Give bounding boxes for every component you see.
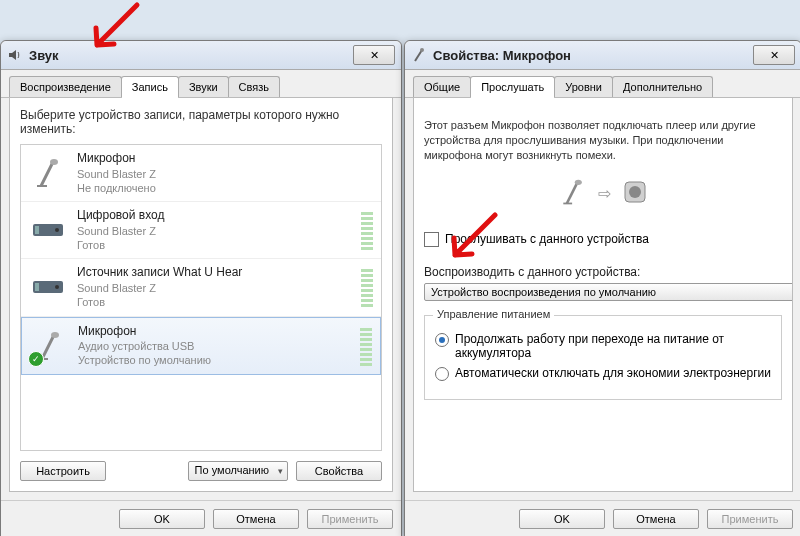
microphone-icon	[411, 47, 427, 63]
svg-point-8	[420, 48, 424, 52]
tab-recording[interactable]: Запись	[121, 76, 179, 97]
svg-point-0	[50, 159, 58, 165]
sound-tabs: Воспроизведение Запись Звуки Связь	[1, 70, 401, 98]
tab-communications[interactable]: Связь	[228, 76, 280, 97]
properties-button[interactable]: Свойства	[296, 461, 382, 481]
device-driver: Sound Blaster Z	[77, 281, 351, 295]
tab-advanced[interactable]: Дополнительно	[612, 76, 713, 97]
microphone-icon: ✓	[30, 327, 68, 365]
cancel-button[interactable]: Отмена	[613, 509, 699, 529]
level-meter	[360, 326, 372, 366]
soundcard-icon	[29, 268, 67, 306]
sound-window-title: Звук	[29, 48, 353, 63]
device-status: Не подключено	[77, 181, 373, 195]
device-driver: Sound Blaster Z	[77, 224, 351, 238]
svg-point-9	[574, 179, 581, 184]
dialog-buttons: OK Отмена Применить	[405, 500, 800, 536]
ok-button[interactable]: OK	[519, 509, 605, 529]
microphone-icon	[558, 177, 588, 210]
default-check-icon: ✓	[28, 351, 44, 367]
device-name: Микрофон	[77, 151, 373, 167]
device-status: Устройство по умолчанию	[78, 353, 350, 367]
device-status: Готов	[77, 295, 351, 309]
device-row[interactable]: Цифровой вход Sound Blaster Z Готов	[21, 202, 381, 259]
svg-point-7	[51, 332, 59, 338]
svg-point-6	[55, 285, 59, 289]
tab-playback[interactable]: Воспроизведение	[9, 76, 122, 97]
device-driver: Аудио устройства USB	[78, 339, 350, 353]
svg-point-11	[629, 186, 641, 198]
tab-general[interactable]: Общие	[413, 76, 471, 97]
arrow-right-icon: ⇨	[598, 184, 611, 203]
soundcard-icon	[29, 211, 67, 249]
dialog-buttons: OK Отмена Применить	[1, 500, 401, 536]
device-driver: Sound Blaster Z	[77, 167, 373, 181]
device-name: Источник записи What U Hear	[77, 265, 351, 281]
tab-sounds[interactable]: Звуки	[178, 76, 229, 97]
device-list[interactable]: Микрофон Sound Blaster Z Не подключено Ц…	[20, 144, 382, 451]
microphone-icon	[29, 154, 67, 192]
props-window-title: Свойства: Микрофон	[433, 48, 753, 63]
listen-checkbox[interactable]	[424, 232, 439, 247]
device-row[interactable]: ✓ Микрофон Аудио устройства USB Устройст…	[21, 317, 381, 375]
panel-instruction: Выберите устройство записи, параметры ко…	[20, 108, 382, 136]
device-row[interactable]: Микрофон Sound Blaster Z Не подключено	[21, 145, 381, 202]
close-icon[interactable]: ✕	[753, 45, 795, 65]
level-meter	[361, 267, 373, 307]
configure-button[interactable]: Настроить	[20, 461, 106, 481]
playthrough-device-dropdown[interactable]: Устройство воспроизведения по умолчанию	[424, 283, 793, 301]
power-radio-continue[interactable]	[435, 333, 449, 347]
level-meter	[361, 210, 373, 250]
power-radio-autooff[interactable]	[435, 367, 449, 381]
set-default-dropdown[interactable]: По умолчанию	[188, 461, 288, 481]
device-row[interactable]: Источник записи What U Hear Sound Blaste…	[21, 259, 381, 316]
svg-rect-5	[35, 283, 39, 291]
ok-button[interactable]: OK	[119, 509, 205, 529]
power-management-group: Управление питанием Продолжать работу пр…	[424, 315, 782, 400]
power-radio-continue-label: Продолжать работу при переходе на питани…	[455, 332, 771, 360]
props-tabs: Общие Прослушать Уровни Дополнительно	[405, 70, 800, 98]
power-group-legend: Управление питанием	[433, 308, 554, 320]
speaker-icon	[7, 47, 23, 63]
device-name: Цифровой вход	[77, 208, 351, 224]
device-name: Микрофон	[78, 324, 350, 340]
svg-point-3	[55, 228, 59, 232]
speaker-output-icon	[621, 178, 649, 209]
close-icon[interactable]: ✕	[353, 45, 395, 65]
listen-description: Этот разъем Микрофон позволяет подключат…	[424, 118, 782, 163]
sound-titlebar[interactable]: Звук ✕	[1, 41, 401, 70]
apply-button[interactable]: Применить	[707, 509, 793, 529]
tab-levels[interactable]: Уровни	[554, 76, 613, 97]
playthrough-label: Воспроизводить с данного устройства:	[424, 265, 782, 279]
listen-panel: Этот разъем Микрофон позволяет подключат…	[413, 98, 793, 492]
cancel-button[interactable]: Отмена	[213, 509, 299, 529]
listen-checkbox-label: Прослушивать с данного устройства	[445, 232, 649, 246]
svg-rect-2	[35, 226, 39, 234]
power-radio-autooff-label: Автоматически отключать для экономии эле…	[455, 366, 771, 380]
device-status: Готов	[77, 238, 351, 252]
tab-listen[interactable]: Прослушать	[470, 76, 555, 97]
recording-panel: Выберите устройство записи, параметры ко…	[9, 98, 393, 492]
mic-properties-window: Свойства: Микрофон ✕ Общие Прослушать Ур…	[404, 40, 800, 536]
sound-window: Звук ✕ Воспроизведение Запись Звуки Связ…	[0, 40, 402, 536]
apply-button[interactable]: Применить	[307, 509, 393, 529]
props-titlebar[interactable]: Свойства: Микрофон ✕	[405, 41, 800, 70]
